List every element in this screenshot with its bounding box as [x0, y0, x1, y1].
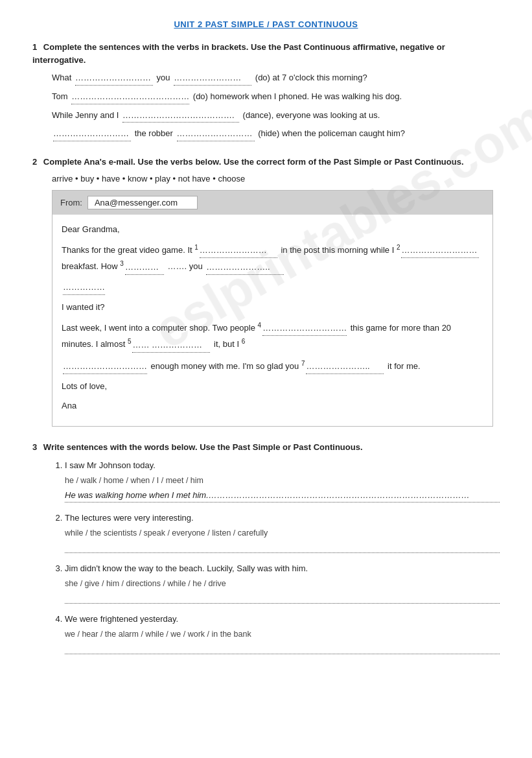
section2-num: 2	[32, 157, 37, 167]
email-body: Dear Grandma, Thanks for the great video…	[52, 215, 492, 427]
s1-2-mid1: (do) homework when I phoned. He was walk…	[193, 91, 402, 101]
email-from-value: Ana@messenger.com	[87, 196, 198, 209]
ep1-sup2: 2	[397, 244, 400, 251]
list-item: Jim didn't know the way to the beach. Lu…	[65, 562, 500, 604]
email-para1b: ……………	[62, 280, 483, 295]
ep2-a: Last week, I went into a computer shop. …	[62, 323, 258, 333]
s1-1-before: What	[52, 73, 74, 82]
section2: 2 Complete Ana's e-mail. Use the verbs b…	[32, 156, 500, 427]
ep2-b: …………………………	[262, 321, 347, 336]
section3-list: I saw Mr Johnson today. he / walk / home…	[32, 459, 500, 654]
section3-num: 3	[32, 442, 37, 452]
s1-4-dots2: ………………………	[177, 127, 255, 141]
ep1-h: …………………..	[206, 260, 284, 275]
s1-3-dots1: ………………………………….	[122, 109, 239, 123]
s1-4-mid2: (hide) when the policeman caught him?	[258, 128, 405, 138]
ep1-c: in the post this morning while I	[279, 245, 397, 255]
ep1-g: ……. you	[165, 262, 205, 272]
ep2-sup4: 4	[258, 322, 262, 329]
ep2-sup5: 5	[128, 338, 132, 345]
s1-1-mid1: you	[157, 73, 173, 82]
s3-3-sentence: Jim didn't know the way to the beach. Lu…	[65, 563, 308, 573]
s1-2-before: Tom	[52, 91, 70, 101]
ep2-d: …… ………………	[132, 338, 210, 353]
s1-3-mid1: (dance), everyone was looking at us.	[243, 110, 380, 120]
s3-4-sentence: We were frightened yesterday.	[65, 614, 178, 624]
section3-instruction: Write sentences with the words below. Us…	[43, 442, 363, 452]
ep1-b: ……………………	[200, 243, 277, 258]
ep2b-dots: …………………………	[63, 359, 147, 374]
email-from-label: From:	[60, 198, 82, 207]
ep1-e: breakfast. How	[62, 262, 120, 272]
s1-1-dots1: ………………………	[75, 71, 153, 86]
ep2-sup6: 6	[242, 338, 246, 345]
section3: 3 Write sentences with the words below. …	[32, 441, 500, 654]
list-item: I saw Mr Johnson today. he / walk / home…	[65, 459, 500, 503]
page-title: UNIT 2 PAST SIMPLE / PAST CONTINUOUS	[32, 19, 500, 29]
ep2b-sup7: 7	[301, 360, 305, 367]
s1-4-dots1: ………………………	[53, 127, 131, 141]
s3-4-hint: we / hear / the alarm / while / we / wor…	[65, 628, 500, 641]
s1-1-mid2: (do) at 7 o'clock this morning?	[255, 73, 367, 82]
ep1-f: …………	[125, 260, 164, 275]
section3-header: 3 Write sentences with the words below. …	[32, 441, 500, 454]
s1-2-dots1: ……………………………………	[71, 90, 189, 104]
ep1b-dots: ……………	[63, 280, 105, 295]
s3-2-hint: while / the scientists / speak / everyon…	[65, 527, 500, 539]
s1-3-before: While Jenny and I	[52, 110, 121, 120]
list-item: The lectures were very interesting. whil…	[65, 512, 500, 553]
email-para2: Last week, I went into a computer shop. …	[62, 320, 483, 353]
list-item: While Jenny and I …………………………………. (dance)…	[52, 109, 500, 123]
list-item: ……………………… the robber ……………………… (hide) wh…	[52, 127, 500, 141]
list-item: What ……………………… you …………………… (do) at 7 o'…	[52, 71, 500, 86]
verbs-list: arrive • buy • have • know • play • not …	[32, 174, 500, 184]
email-closing: Lots of love,	[62, 379, 483, 394]
s3-1-hint: he / walk / home / when / I / meet / him	[65, 474, 500, 487]
email-para1: Thanks for the great video game. It 1 ………	[62, 242, 483, 275]
ep1-sup1: 1	[194, 244, 198, 251]
s3-3-answer	[65, 592, 500, 604]
ep2b-text: enough money with me. I'm so glad you	[148, 361, 301, 371]
section2-instruction: Complete Ana's e-mail. Use the verbs bel…	[43, 157, 464, 167]
email-greeting: Dear Grandma,	[62, 222, 483, 237]
s3-1-answer: He was walking home when I met him.………………	[65, 489, 500, 503]
s3-3-hint: she / give / him / directions / while / …	[65, 577, 500, 590]
section1-sentences: What ……………………… you …………………… (do) at 7 o'…	[32, 71, 500, 141]
section1-instruction: Complete the sentences with the verbs in…	[32, 42, 445, 65]
s3-2-sentence: The lectures were very interesting.	[65, 513, 194, 523]
ep1-sup3: 3	[120, 260, 124, 267]
ep1-d: ………………………	[401, 243, 479, 258]
section1-header: 1 Complete the sentences with the verbs …	[32, 41, 500, 66]
list-item: We were frightened yesterday. we / hear …	[65, 613, 500, 654]
email-name: Ana	[62, 399, 483, 413]
email-para1c: I wanted it?	[62, 300, 483, 314]
ep2b-dots2: …………………..	[306, 359, 384, 374]
email-box: From: Ana@messenger.com Dear Grandma, Th…	[52, 190, 493, 427]
section1-num: 1	[32, 42, 37, 52]
section1: 1 Complete the sentences with the verbs …	[32, 41, 500, 141]
email-para2b: ………………………… enough money with me. I'm so …	[62, 358, 483, 374]
s3-1-sentence: I saw Mr Johnson today.	[65, 460, 156, 470]
ep1-a: Thanks for the great video game. It	[62, 245, 194, 255]
email-header: From: Ana@messenger.com	[52, 191, 492, 215]
s1-1-dots2: ……………………	[174, 71, 251, 86]
section2-header: 2 Complete Ana's e-mail. Use the verbs b…	[32, 156, 500, 169]
s3-4-answer	[65, 643, 500, 654]
s3-2-answer	[65, 541, 500, 553]
s1-4-mid1: the robber	[135, 128, 176, 138]
ep2b-end: it for me.	[385, 361, 420, 371]
list-item: Tom …………………………………… (do) homework when I …	[52, 90, 500, 104]
ep2-e: it, but I	[211, 340, 241, 349]
